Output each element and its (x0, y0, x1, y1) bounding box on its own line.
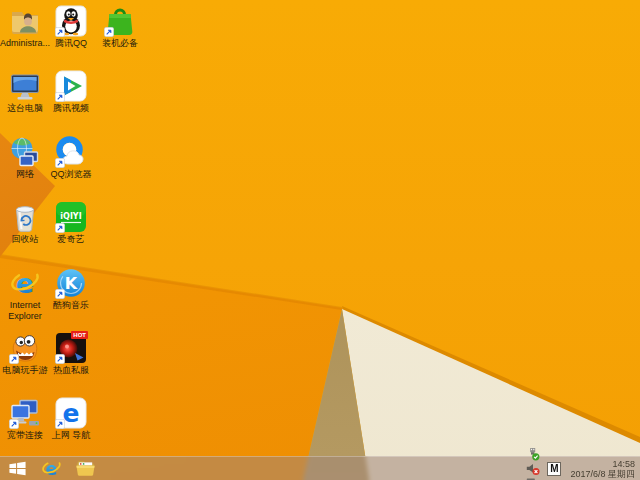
broadband-icon (9, 397, 41, 429)
shortcut-arrow-icon (55, 289, 65, 299)
taskbar-left: e (0, 457, 102, 480)
shortcut-arrow-icon (55, 158, 65, 168)
green-bag-icon (104, 5, 136, 37)
shortcut-arrow-icon (9, 354, 19, 364)
desktop-icon-qq-browser[interactable]: QQ浏览器 (43, 136, 99, 180)
desktop-icon-kugou[interactable]: K 酷狗音乐 (43, 267, 99, 311)
tencent-video-icon (55, 70, 87, 102)
tray-icons (524, 446, 542, 480)
desktop-icon-nav-e[interactable]: e 上网 导航 (43, 397, 99, 441)
start-button[interactable] (0, 457, 34, 480)
taskbar: e M 14:58 2017/6/8 星期四 (0, 456, 640, 480)
svg-text:e: e (63, 399, 80, 428)
volume-muted-icon[interactable] (526, 461, 541, 476)
desktop-icon-hot-game[interactable]: HOT 热血私服 (43, 332, 99, 376)
taskbar-file-explorer-button[interactable] (68, 457, 102, 480)
monster-icon (9, 332, 41, 364)
desktop-screen: Administra... 腾讯QQ 装机必备 这台电脑 腾讯视频 网络 QQ浏… (0, 0, 640, 480)
svg-text:e: e (45, 459, 57, 479)
desktop-icon-iqiyi[interactable]: iQIYI 爱奇艺 (43, 201, 99, 245)
clock-date: 2017/6/8 星期四 (570, 469, 635, 479)
this-pc-icon (9, 70, 41, 102)
shortcut-arrow-icon (55, 27, 65, 37)
shortcut-arrow-icon (55, 92, 65, 102)
icon-label: QQ浏览器 (43, 169, 99, 180)
ime-indicator[interactable]: M (547, 462, 561, 476)
network-limited-icon[interactable] (526, 476, 541, 480)
taskbar-clock[interactable]: 14:58 2017/6/8 星期四 (570, 459, 635, 479)
svg-text:iQIYI: iQIYI (60, 212, 81, 221)
usb-safely-remove-icon[interactable] (526, 446, 541, 461)
clock-time: 14:58 (570, 459, 635, 469)
desktop-icon-green-bag[interactable]: 装机必备 (92, 5, 148, 49)
icon-label: 酷狗音乐 (43, 300, 99, 311)
svg-text:e: e (16, 268, 34, 299)
desktop-icon-qq-penguin[interactable]: 腾讯QQ (43, 5, 99, 49)
hot-game-icon: HOT (55, 332, 87, 364)
iqiyi-icon: iQIYI (55, 201, 87, 233)
nav-e-icon: e (55, 397, 87, 429)
shortcut-arrow-icon (9, 419, 19, 429)
icon-label: 上网 导航 (43, 430, 99, 441)
shortcut-arrow-icon (104, 27, 114, 37)
shortcut-arrow-icon (55, 419, 65, 429)
desktop-icon-tencent-video[interactable]: 腾讯视频 (43, 70, 99, 114)
ie-icon: e (9, 267, 41, 299)
icon-label: 装机必备 (92, 38, 148, 49)
icon-label: 腾讯QQ (43, 38, 99, 49)
icon-label: 热血私服 (43, 365, 99, 376)
icon-label: 腾讯视频 (43, 103, 99, 114)
shortcut-arrow-icon (55, 354, 65, 364)
taskbar-tray: M 14:58 2017/6/8 星期四 (524, 457, 640, 480)
qq-penguin-icon (55, 5, 87, 37)
network-icon (9, 136, 41, 168)
shortcut-arrow-icon (55, 223, 65, 233)
qq-browser-icon (55, 136, 87, 168)
svg-text:K: K (65, 274, 78, 293)
recycle-bin-icon (9, 201, 41, 233)
taskbar-internet-explorer-button[interactable]: e (34, 457, 68, 480)
user-folder-icon (9, 5, 41, 37)
kugou-icon: K (55, 267, 87, 299)
hot-badge: HOT (71, 331, 88, 339)
icon-label: 爱奇艺 (43, 234, 99, 245)
